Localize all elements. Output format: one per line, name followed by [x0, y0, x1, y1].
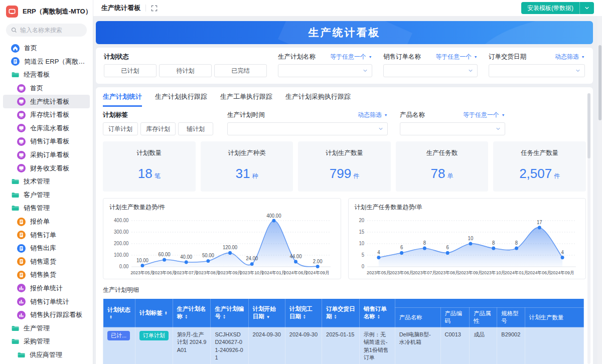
charts-row: 计划生产数量趋势/件 0.00100.00200.00300.00400.001… — [103, 198, 586, 279]
sidebar-item[interactable]: 销售换货 — [3, 268, 90, 282]
sidebar-item[interactable]: 供应商管理 — [3, 348, 90, 362]
sidebar-item[interactable]: 销售管理 — [3, 202, 90, 215]
column-header[interactable]: 计划生产数量 — [525, 308, 583, 327]
svg-text:10.00: 10.00 — [136, 258, 148, 263]
operator-link[interactable]: 动态筛选▼ — [555, 53, 585, 61]
svg-text:400.00: 400.00 — [114, 218, 129, 223]
sidebar-item[interactable]: 销售订单统计 — [3, 295, 90, 308]
sort-icon: ▲▼ — [109, 315, 112, 319]
sidebar-item[interactable]: 简道云 ERP（离散制造-MTO）... — [3, 55, 90, 69]
operator-link[interactable]: 动态筛选▼ — [358, 111, 388, 119]
filter-label: 产品名称 — [400, 111, 425, 119]
plan-status-option[interactable]: 已计划 — [104, 64, 157, 77]
folder-icon — [17, 351, 25, 359]
folder-icon — [11, 71, 19, 79]
plan-name-select[interactable] — [278, 64, 372, 77]
column-header[interactable]: 产品名称 — [395, 308, 440, 327]
caret-down-icon: ▼ — [501, 113, 505, 117]
sidebar-item[interactable]: 首页 — [3, 82, 90, 95]
window-scrollbar[interactable] — [597, 16, 602, 364]
sidebar-item[interactable]: 仓库流水看板 — [3, 122, 90, 135]
tab-生产计划采购执行跟踪[interactable]: 生产计划采购执行跟踪 — [285, 92, 351, 107]
sidebar-search[interactable] — [6, 24, 87, 37]
sidebar-item[interactable]: 销售执行跟踪看板 — [3, 308, 90, 322]
operator-link[interactable]: 等于任意一个▼ — [463, 111, 505, 119]
svg-text:2024年01月: 2024年01月 — [504, 270, 528, 275]
sidebar-item[interactable]: 首页 — [3, 42, 90, 55]
svg-text:2023年05月: 2023年05月 — [130, 270, 155, 275]
filter-label: 计划标签 — [103, 111, 128, 119]
tab-生产计划执行跟踪[interactable]: 生产计划执行跟踪 — [155, 92, 207, 107]
column-header[interactable]: 计划完工日期▲▼ — [285, 299, 322, 327]
column-header[interactable]: 产品属性 — [470, 308, 497, 327]
chevron-down-icon — [378, 126, 383, 131]
svg-text:120.00: 120.00 — [223, 245, 238, 250]
column-header[interactable]: 生产计划编号▲▼ — [211, 299, 248, 327]
column-header[interactable]: 生产计划名称▲▼ — [173, 299, 211, 327]
panel-scrollbar[interactable] — [587, 93, 590, 364]
sidebar-item[interactable]: 销售订单看板 — [3, 135, 90, 148]
delivery-date-select[interactable] — [489, 64, 585, 77]
search-input[interactable] — [20, 27, 80, 34]
tag-badge: 订单计划 — [139, 331, 169, 340]
table-row[interactable]: 已计... 订单计划 第9月-生产计划 2024.9A01 SCJHXSDD24… — [103, 327, 584, 364]
plan-status-option[interactable]: 待计划 — [159, 64, 212, 77]
operator-link[interactable]: 等于任意一个▼ — [435, 53, 478, 61]
column-header[interactable]: 计划标签▲▼ — [135, 299, 173, 327]
sidebar-item[interactable]: 报价单 — [3, 215, 90, 229]
sidebar-item[interactable]: 销售订单 — [3, 228, 90, 242]
plan-tag-option[interactable]: 订单计划 — [103, 122, 138, 135]
sidebar-item[interactable]: 生产管理 — [3, 321, 90, 335]
svg-text:44.00: 44.00 — [290, 254, 302, 259]
svg-text:8: 8 — [423, 240, 426, 246]
content-area: 生产统计看板 计划状态 已计划待计划已完结 生产计划名称 等于任意一个▼ 销售订… — [93, 16, 602, 364]
sort-icon: ▲▼ — [185, 314, 188, 319]
plan-tag-option[interactable]: 库存计划 — [140, 122, 176, 135]
monitor-icon — [17, 137, 26, 146]
column-header[interactable]: 计划开始日期▼ — [248, 299, 285, 327]
operator-link[interactable]: 等于任意一个▼ — [330, 53, 372, 61]
column-header[interactable]: 订单交货日期▲▼ — [322, 299, 360, 327]
monitor-icon — [17, 84, 26, 93]
tab-生产工单执行跟踪[interactable]: 生产工单执行跟踪 — [220, 92, 272, 107]
column-header[interactable]: 规格型号 — [497, 308, 525, 327]
sidebar-item[interactable]: 生产统计看板 — [3, 95, 90, 108]
chevron-down-icon[interactable] — [579, 2, 594, 14]
sidebar-nav: 首页简道云 ERP（离散制造-MTO）...经营看板首页生产统计看板库存统计看板… — [0, 42, 93, 364]
plan-status-option[interactable]: 已完结 — [214, 64, 267, 77]
product-name-select[interactable] — [400, 122, 505, 135]
sidebar-item[interactable]: 采购订单看板 — [3, 148, 90, 162]
fullscreen-icon[interactable] — [151, 5, 158, 12]
plan-tag-option[interactable]: 辅计划 — [178, 122, 213, 135]
install-template-button[interactable]: 安装模板(带数据) — [521, 2, 594, 14]
sidebar-item[interactable]: 库存统计看板 — [3, 108, 90, 122]
tab-生产计划统计[interactable]: 生产计划统计 — [103, 92, 142, 107]
sidebar-item[interactable]: 销售出库 — [3, 242, 90, 255]
svg-text:2023年07月: 2023年07月 — [174, 270, 198, 275]
workspace-header[interactable]: ERP（离散制造-MTO） — [0, 0, 93, 22]
sort-desc-icon: ▼ — [266, 315, 270, 319]
order-name-select[interactable] — [383, 64, 478, 77]
plan-detail-table: 计划状态▲▼计划标签▲▼生产计划名称▲▼生产计划编号▲▼计划开始日期▼计划完工日… — [103, 298, 584, 364]
sidebar-item[interactable]: 采购管理 — [3, 335, 90, 348]
sidebar-item[interactable]: 经营看板 — [3, 68, 90, 82]
column-header[interactable]: 计划状态▲▼ — [103, 299, 135, 327]
banner-title: 生产统计看板 — [309, 26, 381, 40]
svg-text:2023年09月: 2023年09月 — [459, 270, 483, 275]
svg-text:2023年08月: 2023年08月 — [196, 270, 220, 275]
chart-title: 计划生产数量趋势/件 — [109, 203, 335, 212]
sidebar-item[interactable]: 销售退货 — [3, 255, 90, 269]
svg-text:2023年10月: 2023年10月 — [481, 270, 505, 275]
sidebar-item[interactable]: 采购申请 — [3, 361, 90, 364]
column-header[interactable]: 销售订单名称▲▼ — [359, 299, 395, 327]
scrollbar-thumb[interactable] — [598, 45, 601, 120]
sidebar-item[interactable]: 报价单统计 — [3, 282, 90, 295]
chart-task-quantity-trend: 计划生产任务数量趋势/单 05101520468610881742023年05月… — [348, 198, 586, 279]
sidebar-item[interactable]: 技术管理 — [3, 175, 90, 189]
plan-time-select[interactable] — [227, 122, 388, 135]
svg-text:2023年09月: 2023年09月 — [218, 270, 242, 275]
sidebar-item[interactable]: 财务收支看板 — [3, 161, 90, 175]
column-header[interactable]: 产品编码 — [440, 308, 470, 327]
sidebar-item[interactable]: 客户管理 — [3, 189, 90, 202]
folder-icon — [11, 204, 19, 212]
